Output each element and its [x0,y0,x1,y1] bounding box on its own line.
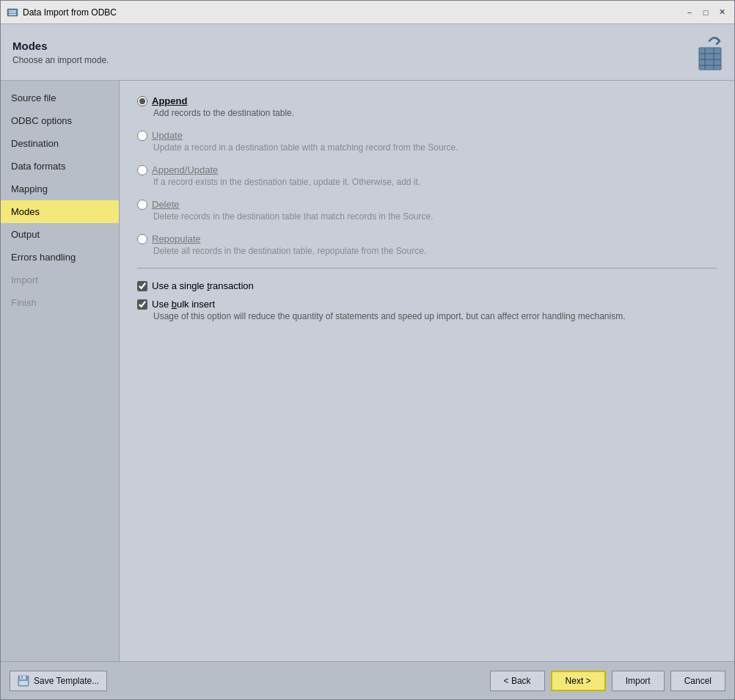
footer-right: < Back Next > Import Cancel [490,671,725,691]
mode-update-desc: Update a record in a destination table w… [153,142,717,153]
sidebar-item-odbc-options[interactable]: ODBC options [1,109,119,132]
mode-append-update-text: Append/Update [152,164,218,175]
svg-rect-4 [699,48,721,70]
header-title: Modes [12,40,109,52]
minimize-button[interactable]: − [683,6,696,19]
single-transaction-text: Use a single transaction [152,280,254,291]
bulk-insert-text: Use bulk insert [152,299,215,310]
mode-append-radio[interactable] [137,96,147,106]
sidebar-item-mapping[interactable]: Mapping [1,178,119,200]
mode-delete-label[interactable]: Delete [137,199,717,210]
single-transaction-item: Use a single transaction [137,280,717,291]
cancel-button[interactable]: Cancel [670,671,725,691]
sidebar-item-destination[interactable]: Destination [1,132,119,155]
bulk-insert-desc: Usage of this option will reduce the qua… [153,311,717,321]
mode-update-option: Update Update a record in a destination … [137,130,717,153]
save-template-label: Save Template... [34,676,99,686]
mode-append-text: Append [152,95,187,106]
header-text: Modes Choose an import mode. [12,40,109,65]
title-bar-icon [7,7,18,18]
svg-rect-3 [9,14,16,15]
header-icon [684,33,723,71]
svg-rect-2 [9,12,16,13]
content-area: Source file ODBC options Destination Dat… [1,81,734,661]
next-button[interactable]: Next > [551,671,606,691]
sidebar-item-finish: Finish [1,291,119,314]
save-icon [18,675,29,687]
bulk-insert-checkbox[interactable] [137,299,147,310]
mode-update-text: Update [152,130,183,141]
back-button[interactable]: < Back [490,671,545,691]
back-label: < Back [504,676,531,686]
sidebar-item-data-formats[interactable]: Data formats [1,155,119,178]
mode-update-radio[interactable] [137,131,147,141]
main-window: Data Import from ODBC − □ ✕ Modes Choose… [0,0,735,700]
header-subtitle: Choose an import mode. [12,55,109,65]
import-button[interactable]: Import [612,671,665,691]
single-transaction-checkbox[interactable] [137,281,147,291]
header: Modes Choose an import mode. [1,24,734,81]
svg-rect-1 [9,10,16,12]
sidebar-item-output[interactable]: Output [1,223,119,246]
mode-append-option: Append Add records to the destination ta… [137,95,717,118]
sidebar-item-errors-handling[interactable]: Errors handling [1,246,119,269]
footer-left: Save Template... [10,671,107,691]
sidebar: Source file ODBC options Destination Dat… [1,81,120,661]
title-bar: Data Import from ODBC − □ ✕ [1,1,734,24]
mode-append-update-desc: If a record exists in the destination ta… [153,177,717,187]
checkbox-group: Use a single transaction Use bulk insert… [137,280,717,321]
table-icon [698,46,723,71]
mode-append-update-label[interactable]: Append/Update [137,164,717,175]
bulk-insert-label[interactable]: Use bulk insert [137,299,717,310]
main-content: Append Add records to the destination ta… [120,81,734,661]
mode-append-label[interactable]: Append [137,95,717,106]
mode-delete-radio[interactable] [137,200,147,210]
mode-append-update-radio[interactable] [137,165,147,175]
mode-repopulate-label[interactable]: Repopulate [137,233,717,244]
maximize-button[interactable]: □ [699,6,712,19]
cancel-label: Cancel [684,676,712,686]
mode-append-update-option: Append/Update If a record exists in the … [137,164,717,187]
mode-delete-option: Delete Delete records in the destination… [137,199,717,222]
mode-repopulate-option: Repopulate Delete all records in the des… [137,233,717,256]
next-label: Next > [566,676,591,686]
bulk-insert-item: Use bulk insert Usage of this option wil… [137,299,717,321]
window-title: Data Import from ODBC [23,7,683,18]
save-template-button[interactable]: Save Template... [10,671,107,691]
mode-repopulate-desc: Delete all records in the destination ta… [153,246,717,256]
footer: Save Template... < Back Next > Import Ca… [1,661,734,699]
sidebar-item-source-file[interactable]: Source file [1,87,119,109]
mode-append-desc: Add records to the destination table. [153,108,717,118]
single-transaction-label[interactable]: Use a single transaction [137,280,717,291]
mode-update-label[interactable]: Update [137,130,717,141]
import-label: Import [626,676,651,686]
close-button[interactable]: ✕ [715,6,728,19]
divider [137,268,717,269]
svg-rect-13 [19,681,28,685]
sidebar-item-modes[interactable]: Modes [1,200,119,223]
sidebar-item-import: Import [1,269,119,291]
window-controls: − □ ✕ [683,6,728,19]
mode-delete-desc: Delete records in the destination table … [153,211,717,222]
mode-repopulate-text: Repopulate [152,233,201,244]
svg-rect-12 [21,676,23,679]
mode-repopulate-radio[interactable] [137,234,147,244]
mode-delete-text: Delete [152,199,180,210]
